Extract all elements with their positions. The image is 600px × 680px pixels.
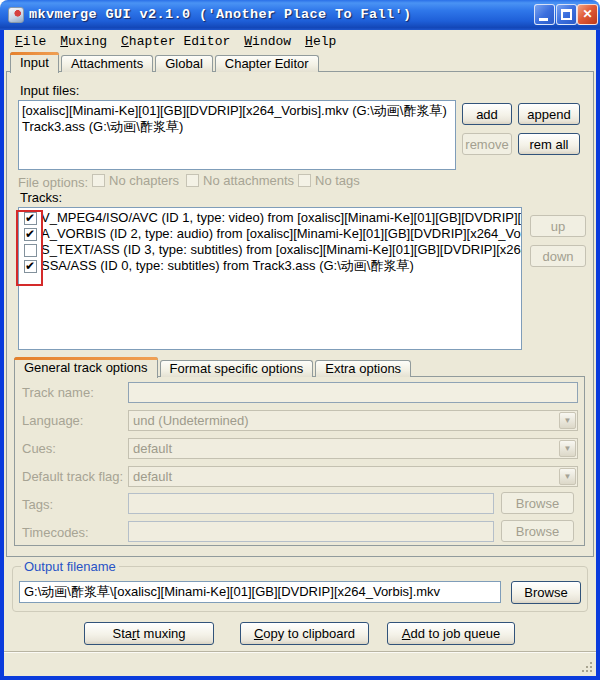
chevron-down-icon: ▼: [564, 473, 572, 481]
tab-format-specific-options[interactable]: Format specific options: [160, 360, 314, 377]
track-down-button[interactable]: down: [530, 245, 586, 267]
cues-dropdown-button[interactable]: ▼: [559, 440, 576, 457]
add-job-accel: A: [402, 626, 411, 641]
start-muxing-label: Sta: [113, 626, 133, 641]
chevron-down-icon: ▼: [564, 445, 572, 453]
timecodes-browse-button[interactable]: Browse: [501, 520, 574, 542]
timecodes-input[interactable]: [128, 521, 494, 542]
menu-bar: File Muxing Chapter Editor Window Help: [4, 30, 596, 52]
default-track-flag-label: Default track flag:: [22, 469, 123, 484]
default-track-flag-dropdown-button[interactable]: ▼: [559, 468, 576, 485]
track-up-button[interactable]: up: [530, 215, 586, 237]
tags-browse-button[interactable]: Browse: [501, 492, 574, 514]
cues-label: Cues:: [22, 441, 56, 456]
minimize-icon: [539, 18, 548, 21]
add-to-job-queue-button[interactable]: Add to job queue: [387, 622, 515, 645]
chevron-down-icon: ▼: [564, 417, 572, 425]
maximize-icon: [561, 9, 572, 20]
start-muxing-label-rest: t muxing: [136, 626, 185, 641]
minimize-button[interactable]: [534, 4, 555, 25]
tab-attachments[interactable]: Attachments: [61, 55, 153, 72]
copy-to-clipboard-button[interactable]: Copy to clipboard: [240, 622, 369, 645]
window-frame-left: [0, 28, 4, 680]
no-chapters-label: No chapters: [109, 173, 179, 188]
start-muxing-button[interactable]: Start muxing: [84, 622, 214, 645]
language-label: Language:: [22, 413, 83, 428]
window-frame-bottom: [0, 676, 600, 680]
language-dropdown-button[interactable]: ▼: [559, 412, 576, 429]
main-tab-strip: Input Attachments Global Chapter Editor: [10, 52, 319, 72]
check-icon: ✔: [25, 227, 35, 241]
tab-general-track-options[interactable]: General track options: [14, 357, 158, 378]
track-options-tab-strip: General track options Format specific op…: [14, 357, 411, 377]
no-chapters-checkbox[interactable]: [92, 174, 105, 187]
file-item[interactable]: Track3.ass (G:\动画\酢浆草): [22, 119, 452, 135]
no-attachments-checkbox[interactable]: [186, 174, 199, 187]
default-track-flag-select[interactable]: default ▼: [128, 466, 578, 487]
track-checkbox[interactable]: [24, 244, 37, 257]
copy-label-rest: opy to clipboard: [263, 626, 355, 641]
output-filename-input[interactable]: [19, 581, 501, 603]
track-checkbox[interactable]: ✔: [24, 260, 37, 273]
append-button[interactable]: append: [518, 103, 580, 125]
file-item[interactable]: [oxalisc][Minami-Ke][01][GB][DVDRIP][x26…: [22, 103, 452, 119]
tracks-list[interactable]: ✔ V_MPEG4/ISO/AVC (ID 1, type: video) fr…: [18, 207, 522, 350]
no-chapters-option: No chapters: [92, 173, 179, 188]
track-label: SSA/ASS (ID 0, type: subtitles) from Tra…: [41, 257, 414, 275]
copy-accel: C: [254, 626, 263, 641]
general-track-options-panel: Track name: Language: und (Undetermined)…: [14, 376, 585, 546]
add-job-label-rest: dd to job queue: [411, 626, 501, 641]
track-row[interactable]: ✔ SSA/ASS (ID 0, type: subtitles) from T…: [21, 258, 519, 274]
output-browse-button[interactable]: Browse: [511, 581, 581, 604]
check-icon: ✔: [25, 211, 35, 225]
track-name-label: Track name:: [22, 385, 94, 400]
app-window: mkvmerge GUI v2.1.0 ('Another Place To F…: [0, 0, 600, 680]
maximize-button[interactable]: [556, 4, 577, 25]
no-attachments-option: No attachments: [186, 173, 294, 188]
language-select[interactable]: und (Undetermined) ▼: [128, 410, 578, 431]
file-options-label: File options:: [18, 175, 88, 190]
remove-button[interactable]: remove: [462, 133, 512, 155]
menu-chapter-editor[interactable]: Chapter Editor: [114, 32, 237, 51]
track-checkbox[interactable]: ✔: [24, 228, 37, 241]
add-button[interactable]: add: [462, 103, 512, 125]
track-row[interactable]: ✔ V_MPEG4/ISO/AVC (ID 1, type: video) fr…: [21, 210, 519, 226]
menu-file[interactable]: File: [8, 32, 53, 51]
no-attachments-label: No attachments: [203, 173, 294, 188]
tab-input[interactable]: Input: [10, 52, 59, 73]
resize-grip-icon[interactable]: [580, 660, 592, 672]
check-icon: ✔: [25, 259, 35, 273]
track-checkbox[interactable]: ✔: [24, 212, 37, 225]
default-track-flag-value: default: [129, 468, 559, 486]
app-icon: [8, 7, 24, 23]
input-tab-panel: Input files: [oxalisc][Minami-Ke][01][GB…: [6, 71, 594, 557]
remove-all-button[interactable]: rem all: [518, 133, 580, 155]
close-button[interactable]: ✕: [577, 4, 598, 25]
menu-muxing[interactable]: Muxing: [53, 32, 114, 51]
track-row[interactable]: S_TEXT/ASS (ID 3, type: subtitles) from …: [21, 242, 519, 258]
menu-help[interactable]: Help: [298, 32, 343, 51]
track-name-input[interactable]: [128, 382, 578, 403]
no-tags-option: No tags: [298, 173, 360, 188]
cues-value: default: [129, 440, 559, 458]
no-tags-label: No tags: [315, 173, 360, 188]
title-bar[interactable]: mkvmerge GUI v2.1.0 ('Another Place To F…: [0, 0, 600, 30]
tab-global[interactable]: Global: [155, 55, 213, 72]
close-icon: ✕: [578, 5, 597, 24]
timecodes-label: Timecodes:: [22, 525, 89, 540]
tab-extra-options[interactable]: Extra options: [315, 360, 411, 377]
no-tags-checkbox[interactable]: [298, 174, 311, 187]
cues-select[interactable]: default ▼: [128, 438, 578, 459]
tracks-label: Tracks:: [20, 190, 62, 205]
menu-window[interactable]: Window: [237, 32, 298, 51]
tab-chapter-editor[interactable]: Chapter Editor: [215, 55, 319, 72]
tags-label: Tags:: [22, 497, 53, 512]
status-bar: [4, 651, 596, 676]
tags-input[interactable]: [128, 493, 494, 514]
output-filename-group-label: Output filename: [21, 559, 119, 574]
input-files-label: Input files:: [20, 83, 79, 98]
language-value: und (Undetermined): [129, 412, 559, 430]
track-row[interactable]: ✔ A_VORBIS (ID 2, type: audio) from [oxa…: [21, 226, 519, 242]
input-files-list[interactable]: [oxalisc][Minami-Ke][01][GB][DVDRIP][x26…: [18, 100, 456, 170]
window-title: mkvmerge GUI v2.1.0 ('Another Place To F…: [29, 0, 412, 29]
